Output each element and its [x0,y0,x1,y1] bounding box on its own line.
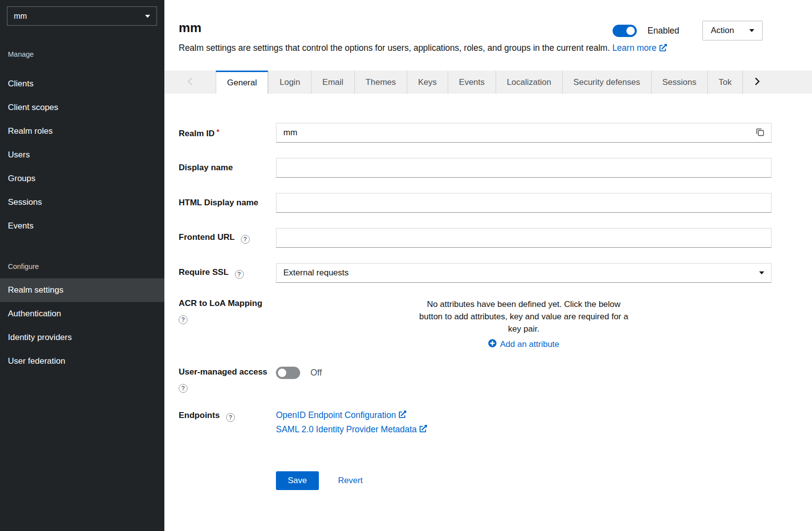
sidebar-item-realm-settings[interactable]: Realm settings [0,278,164,302]
sidebar-item-realm-roles[interactable]: Realm roles [0,119,164,143]
realm-enabled-toggle[interactable] [613,25,637,37]
sidebar-item-groups[interactable]: Groups [0,167,164,190]
sidebar-item-label: Realm settings [8,285,63,295]
saml-metadata-link[interactable]: SAML 2.0 Identity Provider Metadata [276,424,772,435]
display-name-field [276,158,772,178]
label-text: Realm ID [179,129,215,138]
sidebar-item-users[interactable]: Users [0,143,164,167]
tab-scroll-right-button[interactable] [745,71,770,94]
display-name-input[interactable] [276,158,772,178]
openid-endpoint-link[interactable]: OpenID Endpoint Configuration [276,410,772,420]
realm-selector-dropdown[interactable]: mm [7,6,157,26]
tab-localization[interactable]: Localization [496,71,562,94]
html-display-name-row: HTML Display name [179,193,772,213]
sidebar-item-label: Identity providers [8,333,72,342]
caret-down-icon [145,15,150,18]
app-window: mm Manage Clients Client scopes Realm ro… [0,0,812,531]
angle-right-icon [754,77,760,87]
revert-button[interactable]: Revert [338,476,363,486]
sidebar-section-manage: Manage Clients Client scopes Realm roles… [0,50,164,238]
required-asterisk: * [217,128,219,136]
toggle-state-label: Off [310,368,322,378]
sidebar-item-client-scopes[interactable]: Client scopes [0,96,164,119]
sidebar-item-sessions[interactable]: Sessions [0,190,164,214]
tab-label: Themes [366,77,396,87]
frontend-url-field [276,228,772,248]
help-icon[interactable]: ? [179,315,188,324]
learn-more-link[interactable]: Learn more [612,43,667,53]
realm-id-label: Realm ID* [179,126,276,139]
tab-themes[interactable]: Themes [354,71,407,94]
acr-empty-state-text: No attributes have been defined yet. Cli… [417,298,630,335]
help-icon[interactable]: ? [235,270,244,279]
tab-login[interactable]: Login [268,71,311,94]
sidebar-item-events[interactable]: Events [0,214,164,238]
help-icon[interactable]: ? [179,384,188,393]
endpoint-link-label: SAML 2.0 Identity Provider Metadata [276,424,417,435]
external-link-icon [659,43,667,54]
require-ssl-field: External requests [276,263,772,283]
user-managed-access-field: Off [276,367,772,379]
endpoints-label: Endpoints ? [179,410,276,422]
header-controls: Enabled Action [613,21,763,40]
frontend-url-input[interactable] [276,228,772,248]
require-ssl-label: Require SSL ? [179,267,276,279]
sidebar-item-clients[interactable]: Clients [0,72,164,96]
user-managed-access-row: User-managed access ? Off [179,367,772,393]
label-text: User-managed access [179,367,268,377]
tab-sessions[interactable]: Sessions [651,71,707,94]
tab-label: Sessions [662,77,696,87]
tab-events[interactable]: Events [448,71,496,94]
tab-tokens-truncated[interactable]: Tok [707,71,743,94]
copy-icon [755,127,765,138]
sidebar-item-label: Events [8,221,34,231]
external-link-icon [420,424,427,435]
sidebar-item-authentication[interactable]: Authentication [0,302,164,326]
add-attribute-link[interactable]: Add an attribute [488,339,559,350]
copy-button[interactable] [748,123,771,142]
sidebar-item-user-federation[interactable]: User federation [0,349,164,373]
help-icon[interactable]: ? [241,235,250,244]
toggle-knob [626,27,635,35]
add-attribute-label: Add an attribute [500,340,559,349]
tab-scroll-left-button[interactable] [164,71,216,94]
tab-security-defenses[interactable]: Security defenses [562,71,651,94]
realm-id-row: Realm ID* [179,123,772,143]
user-managed-access-toggle[interactable] [276,367,300,379]
html-display-name-input[interactable] [276,193,772,213]
realm-selector-value: mm [14,12,27,21]
sidebar-section-label: Configure [0,263,164,270]
tab-label: Login [279,77,300,87]
tab-general[interactable]: General [216,71,268,94]
angle-left-icon [187,77,193,87]
display-name-row: Display name [179,158,772,178]
sidebar-item-identity-providers[interactable]: Identity providers [0,326,164,349]
sidebar-item-label: Users [8,150,30,160]
select-value: External requests [283,268,348,278]
general-settings-form: Realm ID* Display name HTML Display na [164,94,812,510]
save-button[interactable]: Save [276,471,319,490]
endpoints-field: OpenID Endpoint Configuration SAML 2.0 I… [276,410,772,435]
caret-down-icon [759,271,764,274]
tab-email[interactable]: Email [311,71,354,94]
frontend-url-row: Frontend URL ? [179,228,772,248]
tab-bar: General Login Email Themes Keys Events L… [164,71,812,94]
endpoint-link-label: OpenID Endpoint Configuration [276,410,396,420]
require-ssl-select[interactable]: External requests [276,263,772,283]
label-text: Frontend URL [179,232,234,242]
tab-label: Security defenses [574,77,640,87]
tab-label: Email [322,77,344,87]
realm-id-field [276,123,772,143]
display-name-label: Display name [179,162,276,173]
sidebar-section-configure: Configure Realm settings Authentication … [0,263,164,373]
help-icon-wrap: ? [179,382,276,393]
sidebar-item-label: Groups [8,174,36,184]
label-text: ACR to LoA Mapping [179,299,262,308]
action-dropdown-button[interactable]: Action [702,21,763,40]
realm-id-input[interactable] [276,123,772,143]
tab-keys[interactable]: Keys [407,71,448,94]
tab-label: Events [459,77,485,87]
help-icon[interactable]: ? [226,413,235,422]
tab-label: Localization [507,77,551,87]
label-text: Require SSL [179,267,229,277]
